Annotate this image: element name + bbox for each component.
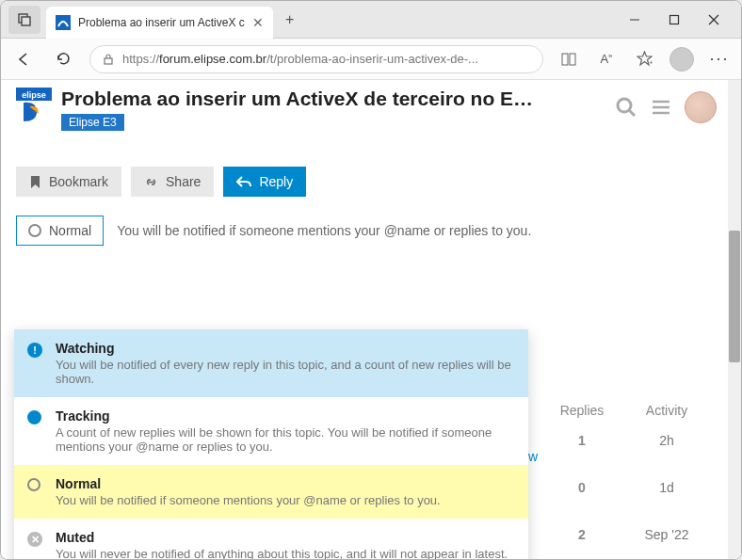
table-row[interactable]: 2 Sep '22 [540,520,709,550]
browser-tab[interactable]: Problema ao inserir um ActiveX c ✕ [46,7,273,39]
dropdown-item-tracking[interactable]: TrackingA count of new replies will be s… [14,397,528,465]
svg-rect-1 [22,17,30,25]
bookmark-icon [29,175,41,189]
topic-header: elipse Problema ao inserir um ActiveX de… [12,80,717,138]
svg-rect-7 [105,58,112,64]
dropdown-item-normal[interactable]: NormalYou will be notified if someone me… [14,465,528,519]
window-controls [615,9,734,30]
ring-icon [27,478,40,491]
search-icon[interactable] [615,96,637,119]
text-size-button[interactable]: A» [594,47,619,72]
share-button[interactable]: Share [131,167,214,197]
reply-icon [236,175,251,188]
hamburger-icon[interactable] [651,97,671,118]
tab-close-button[interactable]: ✕ [252,15,264,30]
tabs-icon [17,12,32,27]
notification-dropdown: ! WatchingYou will be notified of every … [14,329,528,559]
lock-icon [102,53,115,66]
bookmark-label: Bookmark [49,174,108,189]
svg-text:elipse: elipse [22,90,46,100]
svg-rect-8 [562,54,568,65]
minimize-button[interactable] [624,9,645,30]
share-label: Share [166,174,201,189]
notification-current: Normal [49,223,91,238]
mute-icon: ✕ [27,532,42,547]
dot-icon [27,410,41,424]
svg-rect-9 [570,54,575,65]
notification-description: You will be notified if someone mentions… [117,223,531,238]
table-row[interactable]: 0 1d [540,472,709,503]
close-window-button[interactable] [703,9,724,30]
favicon-icon [56,15,71,30]
reply-button[interactable]: Reply [223,167,306,197]
url-input[interactable]: https://forum.elipse.com.br/t/problema-a… [89,45,543,73]
reply-label: Reply [259,174,293,189]
svg-point-14 [618,99,631,112]
tab-manager-button[interactable] [8,6,40,34]
profile-button[interactable] [669,47,694,72]
exclaim-icon: ! [27,343,42,358]
new-tab-button[interactable]: + [277,7,303,33]
svg-line-15 [629,110,635,116]
tab-title: Problema ao inserir um ActiveX c [78,16,245,29]
more-button[interactable]: ··· [707,47,732,72]
svg-rect-4 [670,15,679,24]
topic-table: Replies Activity 1 2h 0 1d 2 Sep '22 [540,395,709,550]
notification-level-button[interactable]: Normal [16,216,104,246]
svg-text:+: + [649,58,653,67]
topic-actions: Bookmark Share Reply [12,138,717,212]
notification-row: Normal You will be notified if someone m… [12,212,717,261]
link-icon [144,175,158,189]
bookmark-button[interactable]: Bookmark [16,167,121,197]
titlebar: Problema ao inserir um ActiveX c ✕ + [1,1,741,39]
favorites-button[interactable]: + [632,47,656,72]
col-activity[interactable]: Activity [624,395,709,425]
back-button[interactable] [10,46,37,72]
scrollbar[interactable] [728,80,741,559]
browser-window: Problema ao inserir um ActiveX c ✕ + htt… [0,0,742,560]
ring-icon [28,224,41,237]
page-title: Problema ao inserir um ActiveX de tercei… [61,88,605,110]
col-replies[interactable]: Replies [540,395,624,425]
url-text: https://forum.elipse.com.br/t/problema-a… [122,52,531,66]
reading-mode-button[interactable] [556,47,581,72]
address-bar: https://forum.elipse.com.br/t/problema-a… [1,39,741,80]
site-logo-icon: elipse [16,88,52,123]
refresh-button[interactable] [50,46,76,72]
dropdown-item-muted[interactable]: ✕ MutedYou will never be notified of any… [14,519,528,559]
dropdown-item-watching[interactable]: ! WatchingYou will be notified of every … [14,329,528,397]
user-avatar[interactable] [685,91,717,123]
partial-text: w [528,449,538,464]
page-content: elipse Problema ao inserir um ActiveX de… [1,80,741,559]
category-badge[interactable]: Elipse E3 [61,114,124,131]
table-row[interactable]: 1 2h [540,425,709,456]
maximize-button[interactable] [664,9,685,30]
scrollbar-thumb[interactable] [729,231,740,362]
